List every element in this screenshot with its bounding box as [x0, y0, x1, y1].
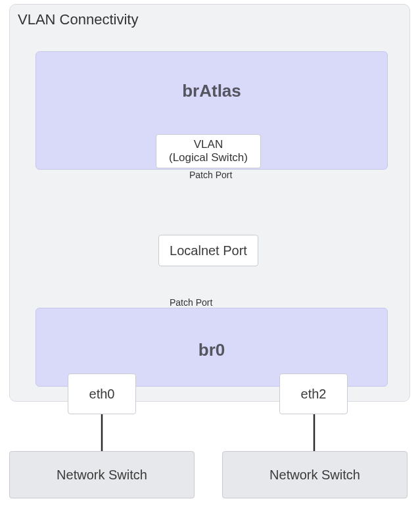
interface-eth0-label: eth0: [89, 387, 115, 402]
interface-eth2-label: eth2: [301, 387, 327, 402]
panel-title: VLAN Connectivity: [18, 11, 138, 28]
patch-port-label-bottom: Patch Port: [170, 297, 212, 308]
localnet-port-label: Localnet Port: [170, 243, 247, 258]
vlan-label-line1: VLAN: [194, 138, 223, 151]
patch-port-label-top: Patch Port: [189, 170, 232, 180]
localnet-port-box: Localnet Port: [158, 235, 258, 266]
vlan-label-line2: (Logical Switch): [169, 151, 248, 164]
bridge-br0-label: br0: [36, 340, 387, 360]
network-switch-left: Network Switch: [9, 451, 195, 498]
interface-eth0-box: eth0: [68, 373, 136, 414]
interface-eth2-box: eth2: [279, 373, 348, 414]
vlan-logical-switch-box: VLAN (Logical Switch): [156, 134, 261, 168]
network-switch-right-label: Network Switch: [269, 468, 360, 483]
bridge-bratlas-label: brAtlas: [36, 81, 387, 101]
network-switch-right: Network Switch: [222, 451, 408, 498]
network-switch-left-label: Network Switch: [57, 468, 147, 483]
